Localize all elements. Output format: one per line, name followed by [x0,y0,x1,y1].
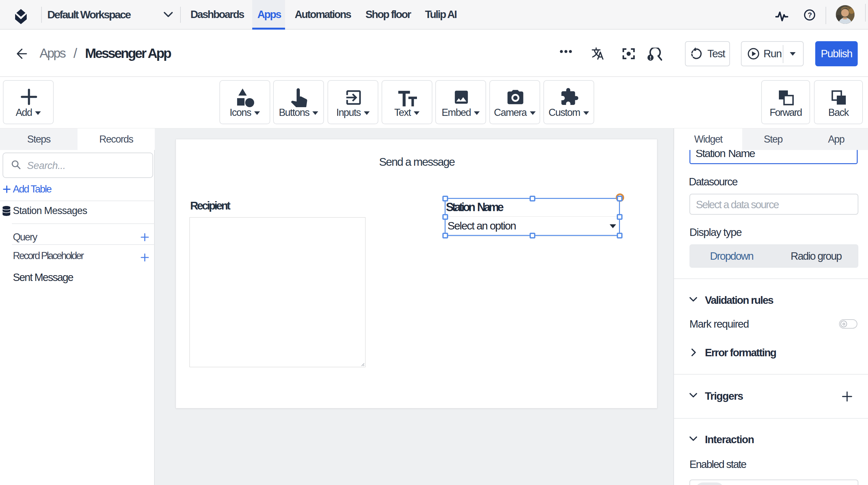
svg-text:?: ? [808,11,812,19]
